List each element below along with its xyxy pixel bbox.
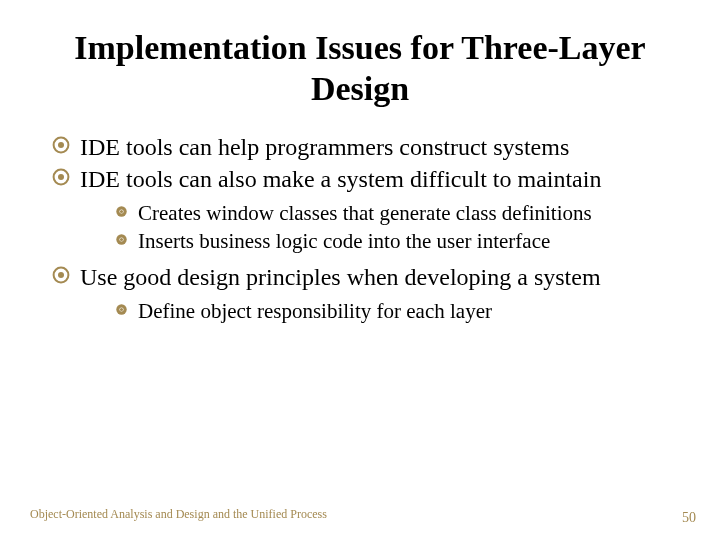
svg-point-6 (120, 209, 123, 212)
bullet-target-icon (52, 266, 70, 284)
page-number: 50 (682, 510, 696, 526)
footer-text: Object-Oriented Analysis and Design and … (30, 507, 327, 522)
list-item-text: Use good design principles when developi… (80, 264, 601, 290)
slide-title: Implementation Issues for Three-Layer De… (50, 28, 670, 110)
list-item: Use good design principles when developi… (52, 262, 670, 324)
sub-list: Creates window classes that generate cla… (80, 200, 670, 255)
list-item-text: IDE tools can help programmers construct… (80, 134, 569, 160)
slide: Implementation Issues for Three-Layer De… (0, 0, 720, 540)
svg-point-3 (58, 174, 64, 180)
svg-point-9 (120, 238, 123, 241)
svg-point-1 (58, 142, 64, 148)
list-item-text: IDE tools can also make a system difficu… (80, 166, 601, 192)
bullet-list: IDE tools can help programmers construct… (50, 132, 670, 325)
sub-list: Define object responsibility for each la… (80, 298, 670, 324)
list-item: Inserts business logic code into the use… (114, 228, 670, 254)
list-item: IDE tools can help programmers construct… (52, 132, 670, 162)
bullet-target-icon (52, 136, 70, 154)
bullet-dot-circle-icon (114, 302, 129, 317)
list-item-text: Define object responsibility for each la… (138, 299, 492, 323)
list-item: Creates window classes that generate cla… (114, 200, 670, 226)
bullet-dot-circle-icon (114, 232, 129, 247)
list-item-text: Inserts business logic code into the use… (138, 229, 550, 253)
list-item: Define object responsibility for each la… (114, 298, 670, 324)
bullet-dot-circle-icon (114, 204, 129, 219)
svg-point-14 (120, 308, 123, 311)
list-item-text: Creates window classes that generate cla… (138, 201, 592, 225)
bullet-target-icon (52, 168, 70, 186)
list-item: IDE tools can also make a system difficu… (52, 164, 670, 255)
svg-point-11 (58, 272, 64, 278)
